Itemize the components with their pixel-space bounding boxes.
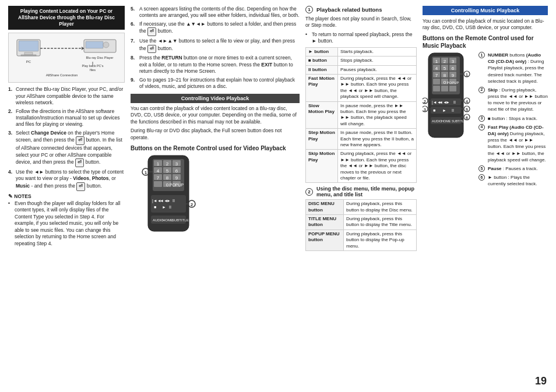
svg-text:1: 1 bbox=[157, 161, 160, 167]
step-9: 9. Go to pages 19–21 for instructions th… bbox=[131, 77, 300, 90]
svg-text:0: 0 bbox=[444, 80, 446, 85]
music-annotations: 1 NUMBER buttons (Audio CD (CD-DA) only)… bbox=[478, 52, 548, 190]
disc-menu-desc: During playback, press this button to di… bbox=[344, 200, 417, 215]
pb-skip-desc: During playback, press the ◄◄ or ►► butt… bbox=[338, 150, 417, 183]
music-remote-wrap: 1 2 3 4 5 6 7 8 9 0 POPUP bbox=[423, 52, 475, 190]
music-header: Controlling Music Playback bbox=[423, 6, 548, 15]
svg-point-7 bbox=[103, 42, 109, 48]
svg-text:2: 2 bbox=[166, 161, 169, 167]
svg-text:4: 4 bbox=[435, 66, 438, 71]
svg-text:5: 5 bbox=[166, 168, 169, 174]
step-8: 8. Press the RETURN button one or more t… bbox=[131, 55, 300, 75]
step-1: 1. Connect the Blu-ray Disc Player, your… bbox=[8, 86, 125, 106]
pb-slow-desc: In pause mode, press the ►► button. Each… bbox=[338, 101, 417, 129]
table-row: ■ button Stops playback. bbox=[306, 56, 417, 65]
svg-text:9: 9 bbox=[452, 73, 455, 78]
circle-2: 2 bbox=[305, 188, 313, 196]
page: Playing Content Located on Your PC or Al… bbox=[0, 0, 556, 392]
title-menu-label: TITLE MENU button bbox=[306, 215, 344, 230]
pb-skip-label: Skip Motion Play bbox=[306, 150, 338, 183]
pb-stop-label: ■ button bbox=[306, 56, 338, 65]
svg-text:8: 8 bbox=[166, 175, 169, 181]
svg-text:5: 5 bbox=[466, 108, 468, 112]
step-2: 2. Follow the directions in the AllShare… bbox=[8, 108, 125, 128]
far-right-column: Controlling Music Playback You can contr… bbox=[423, 6, 548, 387]
svg-rect-84 bbox=[441, 86, 448, 91]
table-row: II button Pauses playback. bbox=[306, 65, 417, 74]
svg-text:9: 9 bbox=[175, 175, 178, 181]
pb-play-desc: Starts playback. bbox=[338, 47, 417, 56]
pb-step-label: Step Motion Play bbox=[306, 129, 338, 150]
pb-slow-label: Slow Motion Play bbox=[306, 101, 338, 129]
notes-title: ✎ NOTES bbox=[8, 193, 125, 199]
svg-rect-3 bbox=[21, 55, 36, 56]
music-annot-1: 1 NUMBER buttons (Audio CD (CD-DA) only)… bbox=[478, 52, 548, 84]
svg-text:POPUP: POPUP bbox=[170, 183, 184, 187]
svg-text:3: 3 bbox=[452, 59, 455, 64]
ctrl-video-text1: You can control the playback of video co… bbox=[131, 105, 300, 125]
svg-rect-40 bbox=[151, 195, 186, 213]
svg-text:1: 1 bbox=[145, 170, 147, 175]
pb-pause-label: II button bbox=[306, 65, 338, 74]
music-annot-3: 3 ■ button : Stops a track. bbox=[478, 115, 548, 122]
svg-text:II: II bbox=[452, 108, 454, 112]
svg-rect-78 bbox=[433, 79, 440, 84]
svg-text:HOME: HOME bbox=[441, 119, 451, 123]
ctrl-video-text2: During Blu-ray or DVD disc playback, the… bbox=[131, 128, 300, 141]
svg-text:1: 1 bbox=[435, 59, 438, 64]
svg-text:6: 6 bbox=[466, 116, 468, 120]
svg-text:2: 2 bbox=[424, 100, 426, 104]
table-row: DISC MENU button During playback, press … bbox=[306, 200, 417, 215]
popup-menu-desc: During playback, press this button to di… bbox=[344, 229, 417, 250]
notes-content: • Even though the player will display fo… bbox=[8, 200, 125, 247]
svg-rect-2 bbox=[24, 52, 33, 55]
pb-stop-desc: Stops playback. bbox=[338, 56, 417, 65]
pb-step-desc: In pause mode, press the II button. Each… bbox=[338, 129, 417, 150]
svg-text:6: 6 bbox=[452, 66, 455, 71]
table-row: Fast Motion Play During playback, press … bbox=[306, 75, 417, 102]
disc-menu-title: Using the disc menu, title menu, popup m… bbox=[316, 186, 417, 197]
pb-rel-header: 1 Playback related buttons bbox=[305, 6, 417, 13]
svg-text:II: II bbox=[173, 199, 175, 203]
pb-rel-title: Playback related buttons bbox=[316, 6, 382, 13]
svg-text:►: ► bbox=[167, 199, 171, 203]
svg-text:7: 7 bbox=[435, 73, 438, 78]
video-remote-header: Buttons on the Remote Control used for V… bbox=[131, 144, 300, 152]
pb-rel-bullet: • To return to normal speed playback, pr… bbox=[305, 31, 417, 45]
svg-rect-35 bbox=[154, 181, 162, 187]
music-annot-6: 6 ► button : Plays the currently selecte… bbox=[478, 174, 548, 187]
title-menu-desc: During playback, press this button to di… bbox=[344, 215, 417, 230]
steps-5-9: 5. A screen appears listing the contents… bbox=[131, 6, 300, 90]
table-row: TITLE MENU button During playback, press… bbox=[306, 215, 417, 230]
notes-box: ✎ NOTES • Even though the player will di… bbox=[8, 193, 125, 247]
popup-menu-label: POPUP MENU button bbox=[306, 229, 344, 250]
note-bullet-1: • Even though the player will display fo… bbox=[8, 200, 125, 247]
step-5: 5. A screen appears listing the contents… bbox=[131, 6, 300, 19]
table-row: Step Motion Play In pause mode, press th… bbox=[306, 129, 417, 150]
left-header: Playing Content Located on Your PC or Al… bbox=[8, 6, 125, 30]
pb-fast-desc: During playback, press the ◄◄ or ►► butt… bbox=[338, 75, 417, 102]
svg-text:SUBTITLE: SUBTITLE bbox=[172, 218, 189, 222]
svg-text:AllShare Connection: AllShare Connection bbox=[46, 73, 78, 77]
table-row: ► button Starts playback. bbox=[306, 47, 417, 56]
svg-text:II: II bbox=[169, 205, 171, 209]
svg-text:Blu-ray Disc Player: Blu-ray Disc Player bbox=[86, 56, 114, 59]
step-7: 7. Use the ◄►▲▼ buttons to select a file… bbox=[131, 38, 300, 53]
svg-text:0: 0 bbox=[166, 182, 169, 188]
svg-text:7: 7 bbox=[157, 175, 160, 181]
video-remote-svg: 1 2 3 4 5 6 7 8 9 0 POPUP bbox=[131, 154, 206, 236]
svg-text:2: 2 bbox=[444, 59, 446, 64]
svg-text:5: 5 bbox=[444, 66, 446, 71]
svg-text:►: ► bbox=[162, 205, 166, 209]
pb-play-label: ► button bbox=[306, 47, 338, 56]
svg-rect-1 bbox=[19, 41, 38, 51]
svg-text:SUBTITLE: SUBTITLE bbox=[452, 119, 466, 123]
svg-text:II: II bbox=[453, 100, 456, 104]
left-column: Playing Content Located on Your PC or Al… bbox=[8, 6, 125, 387]
svg-text:►: ► bbox=[446, 100, 450, 104]
svg-text:4: 4 bbox=[466, 100, 468, 104]
video-remote-area: 1 2 3 4 5 6 7 8 9 0 POPUP bbox=[131, 154, 300, 237]
step-4: 4. Use the ◄► buttons to select the type… bbox=[8, 169, 125, 191]
pb-pause-desc: Pauses playback. bbox=[338, 65, 417, 74]
pb-table: ► button Starts playback. ■ button Stops… bbox=[305, 47, 417, 183]
